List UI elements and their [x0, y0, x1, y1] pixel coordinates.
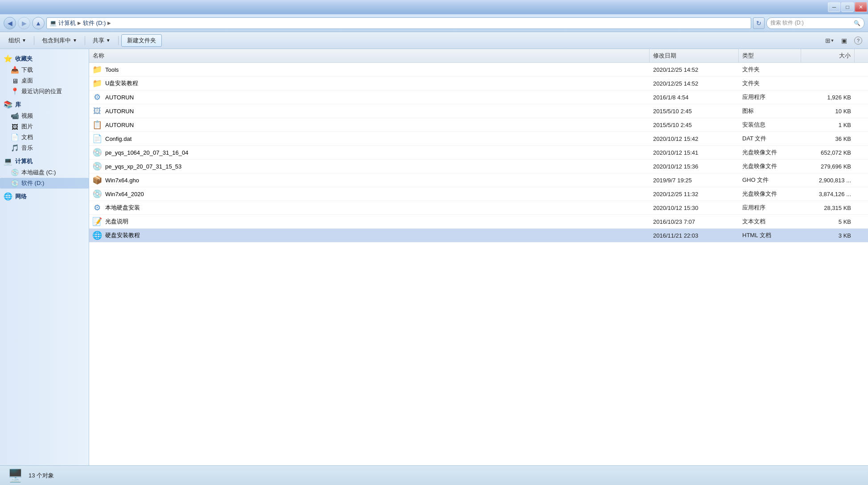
table-row[interactable]: 📁 Tools 2020/12/25 14:52 文件夹	[89, 63, 868, 77]
sidebar-favorites-label: 收藏夹	[15, 55, 33, 63]
sidebar-network-header[interactable]: 🌐 网络	[0, 190, 89, 202]
file-modified: 2015/5/10 2:45	[650, 119, 739, 131]
file-name: pe_yqs_xp_20_07_31_15_53	[105, 163, 181, 170]
include-library-dropdown-icon: ▼	[73, 38, 77, 43]
file-size: 5 KB	[801, 216, 855, 227]
organize-button[interactable]: 组织 ▼	[4, 34, 31, 47]
file-size: 3 KB	[801, 230, 855, 241]
file-size	[801, 81, 855, 86]
file-list-header: 名称 修改日期 类型 大小	[89, 49, 868, 63]
table-row[interactable]: 📄 Config.dat 2020/10/12 15:42 DAT 文件 36 …	[89, 132, 868, 146]
sidebar-item-image[interactable]: 🖼 图片	[0, 121, 89, 132]
table-row[interactable]: 📋 AUTORUN 2015/5/10 2:45 安装信息 1 KB	[89, 118, 868, 132]
preview-icon: ▣	[841, 37, 847, 44]
file-rows-container: 📁 Tools 2020/12/25 14:52 文件夹 📁 U盘安装教程 20…	[89, 63, 868, 242]
file-type: GHO 文件	[739, 174, 801, 186]
search-icon: 🔍	[854, 20, 860, 26]
file-name-cell: 📄 Config.dat	[89, 132, 650, 145]
sidebar-item-software-d[interactable]: 💿 软件 (D:)	[0, 178, 89, 189]
sidebar-item-desktop[interactable]: 🖥 桌面	[0, 75, 89, 86]
file-name: AUTORUN	[105, 122, 134, 128]
file-type: 文件夹	[739, 77, 801, 90]
table-row[interactable]: 📝 光盘说明 2016/10/23 7:07 文本文档 5 KB	[89, 215, 868, 229]
file-type: HTML 文档	[739, 229, 801, 242]
file-type-icon: 📄	[93, 134, 102, 143]
table-row[interactable]: ⚙ 本地硬盘安装 2020/10/12 15:30 应用程序 28,315 KB	[89, 201, 868, 215]
breadcrumb[interactable]: 💻 计算机 ▶ 软件 (D:) ▶	[46, 17, 751, 29]
sidebar-section-computer: 💻 计算机 💿 本地磁盘 (C:) 💿 软件 (D:)	[0, 155, 89, 189]
include-library-button[interactable]: 包含到库中 ▼	[37, 34, 82, 47]
file-type-icon: 📝	[93, 217, 102, 226]
file-type: 文本文档	[739, 215, 801, 228]
file-extra	[855, 109, 868, 113]
sidebar-music-label: 音乐	[21, 144, 33, 152]
file-size: 652,072 KB	[801, 147, 855, 158]
addressbar: ◀ ▶ ▲ 💻 计算机 ▶ 软件 (D:) ▶ ↻ 搜索 软件 (D:) 🔍	[0, 14, 868, 32]
col-header-type[interactable]: 类型	[739, 49, 801, 62]
back-button[interactable]: ◀	[4, 17, 16, 29]
refresh-button[interactable]: ↻	[753, 17, 765, 29]
table-row[interactable]: 💿 pe_yqs_xp_20_07_31_15_53 2020/10/12 15…	[89, 160, 868, 173]
sidebar: ⭐ 收藏夹 📥 下载 🖥 桌面 📍 最近访问的位置 📚 库	[0, 49, 89, 465]
sidebar-section-network: 🌐 网络	[0, 190, 89, 202]
doc-icon: 📄	[11, 133, 19, 141]
file-size: 28,315 KB	[801, 202, 855, 214]
table-row[interactable]: ⚙ AUTORUN 2016/1/8 4:54 应用程序 1,926 KB	[89, 90, 868, 104]
breadcrumb-computer[interactable]: 计算机	[58, 19, 76, 27]
breadcrumb-drive[interactable]: 软件 (D:)	[83, 19, 106, 27]
table-row[interactable]: 🌐 硬盘安装教程 2016/11/21 22:03 HTML 文档 3 KB	[89, 229, 868, 242]
recent-icon: 📍	[11, 87, 19, 95]
sidebar-download-label: 下载	[21, 66, 33, 74]
view-icon: ⊞	[825, 37, 831, 44]
file-extra	[855, 219, 868, 224]
search-bar[interactable]: 搜索 软件 (D:) 🔍	[766, 17, 864, 29]
close-button[interactable]: ✕	[855, 2, 867, 12]
file-name: 光盘说明	[105, 218, 128, 226]
view-toggle-button[interactable]: ⊞ ▼	[823, 34, 836, 47]
file-type-icon: 🌐	[93, 231, 102, 240]
table-row[interactable]: 📁 U盘安装教程 2020/12/25 14:52 文件夹	[89, 77, 868, 90]
file-modified: 2020/10/12 15:41	[650, 147, 739, 158]
breadcrumb-icon-computer: 💻	[49, 20, 57, 26]
help-button[interactable]: ?	[852, 34, 864, 47]
sidebar-favorites-header[interactable]: ⭐ 收藏夹	[0, 53, 89, 65]
preview-pane-button[interactable]: ▣	[838, 34, 850, 47]
file-modified: 2015/5/10 2:45	[650, 106, 739, 117]
sidebar-computer-header[interactable]: 💻 计算机	[0, 155, 89, 167]
file-size	[801, 67, 855, 72]
file-name: U盘安装教程	[105, 79, 138, 87]
up-button[interactable]: ▲	[32, 17, 45, 29]
new-folder-button[interactable]: 新建文件夹	[121, 34, 162, 47]
file-modified: 2020/12/25 11:32	[650, 189, 739, 200]
table-row[interactable]: 💿 Win7x64_2020 2020/12/25 11:32 光盘映像文件 3…	[89, 187, 868, 201]
forward-button[interactable]: ▶	[18, 17, 30, 29]
maximize-button[interactable]: □	[841, 2, 854, 12]
disk-c-icon: 💿	[11, 169, 19, 177]
table-row[interactable]: 🖼 AUTORUN 2015/5/10 2:45 图标 10 KB	[89, 104, 868, 118]
sidebar-item-doc[interactable]: 📄 文档	[0, 132, 89, 143]
sidebar-item-recent[interactable]: 📍 最近访问的位置	[0, 86, 89, 97]
file-size: 1,926 KB	[801, 92, 855, 103]
file-name-cell: 💿 pe_yqs_xp_20_07_31_15_53	[89, 160, 650, 173]
sidebar-item-music[interactable]: 🎵 音乐	[0, 143, 89, 153]
sidebar-section-favorites: ⭐ 收藏夹 📥 下载 🖥 桌面 📍 最近访问的位置	[0, 53, 89, 97]
sidebar-item-video[interactable]: 📹 视频	[0, 111, 89, 121]
sidebar-network-label: 网络	[15, 193, 27, 201]
sidebar-item-local-c[interactable]: 💿 本地磁盘 (C:)	[0, 167, 89, 178]
col-header-size[interactable]: 大小	[801, 49, 855, 62]
table-row[interactable]: 💿 pe_yqs_1064_20_07_31_16_04 2020/10/12 …	[89, 146, 868, 160]
sidebar-item-download[interactable]: 📥 下载	[0, 65, 89, 75]
file-type-icon: 💿	[93, 162, 102, 171]
file-name-cell: ⚙ AUTORUN	[89, 90, 650, 104]
up-icon: ▲	[35, 20, 41, 27]
table-row[interactable]: 📦 Win7x64.gho 2019/9/7 19:25 GHO 文件 2,90…	[89, 173, 868, 187]
file-type: 应用程序	[739, 91, 801, 103]
col-header-name[interactable]: 名称	[89, 49, 650, 62]
video-icon: 📹	[11, 112, 19, 120]
col-header-modified[interactable]: 修改日期	[650, 49, 739, 62]
file-type-icon: 📦	[93, 176, 102, 185]
share-button[interactable]: 共享 ▼	[88, 34, 115, 47]
sidebar-library-header[interactable]: 📚 库	[0, 99, 89, 111]
minimize-button[interactable]: ─	[828, 2, 840, 12]
image-icon: 🖼	[11, 123, 19, 131]
